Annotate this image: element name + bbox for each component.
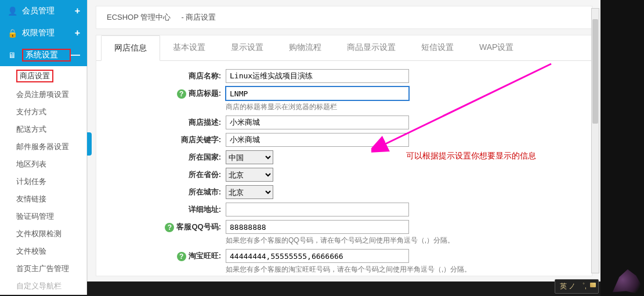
sub-regions[interactable]: 地区列表 — [0, 156, 86, 173]
label-city: 所在城市: — [107, 185, 226, 199]
nav-label: 系统设置 — [22, 49, 71, 62]
breadcrumb-app: ECSHOP 管理中心 — [107, 13, 171, 21]
tab-goods-display[interactable]: 商品显示设置 — [334, 35, 408, 60]
row-wangwang: ?淘宝旺旺: 如果您有多个客服的淘宝旺旺号码，请在每个号码之间使用半角逗号（,）… — [107, 249, 581, 275]
sub-custom-nav[interactable]: 自定义导航栏 — [0, 277, 86, 295]
nav-label: 权限管理 — [22, 28, 75, 38]
row-address: 详细地址: — [107, 203, 581, 216]
main-content: ECSHOP 管理中心 - 商店设置 网店信息 基本设置 显示设置 购物流程 商… — [87, 0, 600, 281]
label-shop-kw: 商店关键字: — [107, 133, 226, 147]
tabs: 网店信息 基本设置 显示设置 购物流程 商品显示设置 短信设置 WAP设置 — [96, 35, 592, 61]
sub-file-verify[interactable]: 文件校验 — [0, 243, 86, 260]
label-province: 所在省份: — [107, 168, 226, 182]
user-icon: 👤 — [7, 6, 17, 16]
help-icon[interactable]: ? — [177, 252, 186, 261]
input-shop-kw[interactable] — [226, 133, 409, 147]
nav-permissions[interactable]: 🔒 权限管理 + — [0, 22, 87, 44]
sub-links[interactable]: 友情链接 — [0, 190, 86, 208]
label-country: 所在国家: — [107, 150, 226, 164]
desktop-right-margin — [600, 0, 644, 296]
monitor-icon: 🖥 — [7, 50, 17, 60]
hint-qq: 如果您有多个客服的QQ号码，请在每个号码之间使用半角逗号（,）分隔。 — [226, 235, 527, 246]
tab-shopping[interactable]: 购物流程 — [276, 35, 334, 60]
sub-cron[interactable]: 计划任务 — [0, 173, 86, 190]
breadcrumb-page: 商店设置 — [186, 13, 216, 21]
help-icon[interactable]: ? — [165, 223, 174, 232]
label-shop-title: 商店标题: — [189, 89, 221, 98]
lock-icon: 🔒 — [7, 28, 17, 38]
label-qq: 客服QQ号码: — [176, 222, 221, 231]
minus-icon: — — [71, 50, 80, 60]
tab-shop-info[interactable]: 网店信息 — [101, 35, 160, 61]
label-address: 详细地址: — [107, 203, 226, 216]
label-shop-name: 商店名称: — [107, 69, 226, 83]
tab-sms[interactable]: 短信设置 — [408, 35, 466, 60]
input-shop-title[interactable] — [226, 86, 409, 100]
desktop-bottom-margin — [0, 281, 600, 296]
select-city[interactable]: 北京 — [226, 185, 273, 199]
row-shop-name: 商店名称: — [107, 69, 581, 83]
row-shop-title: ?商店标题: 商店的标题将显示在浏览器的标题栏 — [107, 86, 581, 112]
input-shop-desc[interactable] — [226, 115, 409, 129]
annotation-text: 可以根据提示设置你想要显示的信息 — [406, 151, 536, 161]
sub-member-register[interactable]: 会员注册项设置 — [0, 86, 86, 103]
sub-mail-server[interactable]: 邮件服务器设置 — [0, 138, 86, 156]
plus-icon: + — [75, 28, 80, 38]
row-shop-keywords: 商店关键字: — [107, 133, 581, 147]
select-province[interactable]: 北京 — [226, 168, 273, 182]
label-ww: 淘宝旺旺: — [189, 251, 221, 260]
tab-wap[interactable]: WAP设置 — [466, 35, 526, 60]
row-shop-desc: 商店描述: — [107, 115, 581, 129]
tab-basic[interactable]: 基本设置 — [160, 35, 218, 60]
sidebar: 👤 会员管理 + 🔒 权限管理 + 🖥 系统设置 — 商店设置 会员注册项设置 … — [0, 0, 87, 281]
sub-payment[interactable]: 支付方式 — [0, 103, 86, 121]
input-qq[interactable] — [226, 220, 409, 234]
ime-indicator[interactable]: 英 ノ ゜, — [555, 279, 599, 294]
plus-icon: + — [75, 6, 80, 16]
nav-label: 会员管理 — [22, 6, 75, 16]
sub-shipping[interactable]: 配送方式 — [0, 121, 86, 138]
input-wangwang[interactable] — [226, 249, 409, 263]
sidebar-drag-handle[interactable] — [87, 132, 92, 156]
sidebar-submenu: 商店设置 会员注册项设置 支付方式 配送方式 邮件服务器设置 地区列表 计划任务… — [0, 66, 87, 295]
hint-shop-title: 商店的标题将显示在浏览器的标题栏 — [226, 102, 527, 112]
sub-file-perm[interactable]: 文件权限检测 — [0, 225, 86, 243]
hint-ww: 如果您有多个客服的淘宝旺旺号码，请在每个号码之间使用半角逗号（,）分隔。 — [226, 264, 527, 275]
input-shop-name[interactable] — [226, 69, 409, 83]
row-province: 所在省份: 北京 — [107, 168, 581, 182]
select-country[interactable]: 中国 — [226, 150, 273, 164]
row-qq: ?客服QQ号码: 如果您有多个客服的QQ号码，请在每个号码之间使用半角逗号（,）… — [107, 220, 581, 246]
scrollbar-thumb[interactable] — [592, 19, 598, 124]
tab-display[interactable]: 显示设置 — [218, 35, 276, 60]
input-address[interactable] — [226, 203, 409, 216]
row-city: 所在城市: 北京 — [107, 185, 581, 199]
nav-system-settings[interactable]: 🖥 系统设置 — — [0, 44, 87, 66]
sub-shop-settings[interactable]: 商店设置 — [0, 66, 86, 86]
form-area: 商店名称: ?商店标题: 商店的标题将显示在浏览器的标题栏 商店描述: 商店关键… — [96, 61, 592, 276]
help-icon[interactable]: ? — [177, 89, 186, 99]
nav-members[interactable]: 👤 会员管理 + — [0, 0, 87, 22]
breadcrumb: ECSHOP 管理中心 - 商店设置 — [96, 6, 592, 29]
content-scrollbar[interactable] — [591, 8, 599, 273]
label-shop-desc: 商店描述: — [107, 115, 226, 129]
sub-captcha[interactable]: 验证码管理 — [0, 208, 86, 225]
sub-home-ad[interactable]: 首页主广告管理 — [0, 260, 86, 277]
